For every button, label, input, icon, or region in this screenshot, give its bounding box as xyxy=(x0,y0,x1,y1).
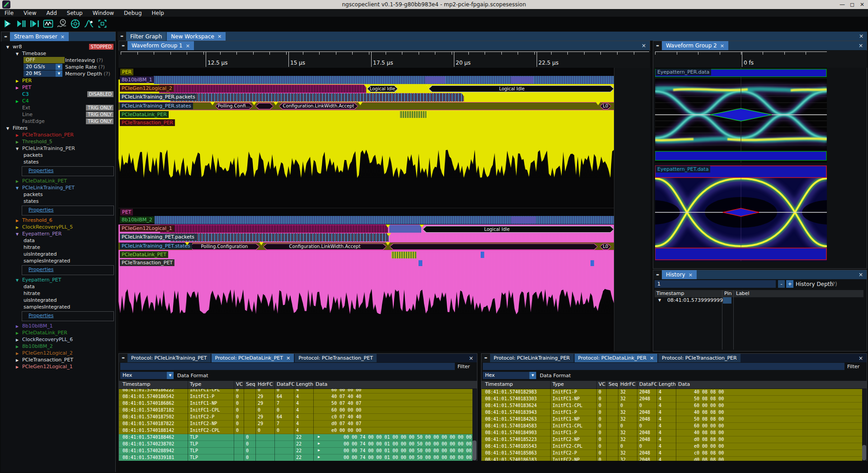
table-row[interactable]: 08:41:01.5740187822InitFC2-NP02974d0 07 … xyxy=(119,421,472,427)
collapsed-arrow-icon[interactable]: ▶ xyxy=(16,178,19,185)
tree-item-PCIeTransaction_PER[interactable]: ▶PCIeTransaction_PER xyxy=(1,131,115,138)
expanded-arrow-icon[interactable]: ▼ xyxy=(16,185,19,192)
tree-item-PCIeGen12Logical_1[interactable]: ▶PCIeGen12Logical_1 xyxy=(1,363,115,370)
tree-item-8b10bIBM_1[interactable]: ▶8b10bIBM_1 xyxy=(1,323,115,329)
tree-item-PET[interactable]: ▶PET xyxy=(1,84,115,91)
eyepattern-per-plot[interactable] xyxy=(655,68,827,163)
expanded-arrow-icon[interactable]: ▼ xyxy=(6,125,9,132)
tree-dropdown[interactable]: 20 GS/s xyxy=(24,64,58,70)
close-icon[interactable]: × xyxy=(650,355,654,361)
table-row[interactable]: 08:41:01.5740185863InitFC2-P03220484c0 0… xyxy=(481,450,862,457)
tree-item-uisIntegrated[interactable]: uisIntegrated xyxy=(1,297,115,304)
tab-protocol-pcietransaction-per[interactable]: Protocol: PCIeTransaction_PER xyxy=(658,354,741,362)
tree-item-Eyepattern_PET[interactable]: ▼Eyepattern_PET xyxy=(1,276,115,283)
eyepattern-pet-plot[interactable] xyxy=(655,165,827,261)
table-row[interactable]: 08:41:01.5740188142InitFC2-CPL0004e0 00 … xyxy=(119,427,472,434)
menu-file[interactable]: File xyxy=(5,10,14,16)
data-format-dropdown[interactable]: Hex xyxy=(483,372,529,379)
table-row[interactable]: 08:41:01.5740183943InitFC1-P0322048440 0… xyxy=(481,409,862,416)
pet-group-label[interactable]: PET xyxy=(120,209,133,215)
collapsed-arrow-icon[interactable]: ▶ xyxy=(16,98,19,105)
tree-item-Threshold_5[interactable]: ▶Threshold_5 xyxy=(1,138,115,145)
interleaving-field[interactable]: OFF xyxy=(24,57,65,63)
workspace-menu-button[interactable]: ▬▼ xyxy=(118,32,126,41)
properties-link[interactable]: Properties xyxy=(28,168,54,173)
table-row[interactable]: 08:41:01.5740186542InitFC1-P02964440 07 … xyxy=(119,393,472,400)
collapsed-arrow-icon[interactable]: ▶ xyxy=(16,364,19,370)
tree-item-FastEdge[interactable]: FastEdgeTRIG ONLY xyxy=(1,118,115,125)
per-datalink-chip[interactable]: PCIeDataLink_PER xyxy=(120,111,169,118)
menu-add[interactable]: Add xyxy=(47,10,57,16)
waveform-icon[interactable] xyxy=(42,18,54,29)
per-8b10b-chip[interactable]: 8b10bIBM_1 xyxy=(120,76,154,83)
collapsed-arrow-icon[interactable]: ▶ xyxy=(16,139,19,145)
properties-link[interactable]: Properties xyxy=(28,313,54,318)
tree-item-data[interactable]: data xyxy=(1,283,115,290)
expanded-arrow-icon[interactable]: ▼ xyxy=(16,277,19,284)
column-header-datafc[interactable]: DataFC xyxy=(639,381,657,387)
tree-item-PCIeGen12Logical_2[interactable]: ▶PCIeGen12Logical_2 xyxy=(1,350,115,356)
tree-item-Threshold_6[interactable]: ▶Threshold_6 xyxy=(1,217,115,224)
expand-row-icon[interactable]: ▶ xyxy=(318,441,320,445)
column-header-datafc[interactable]: DataFC xyxy=(277,381,295,387)
tree-item-hitrate[interactable]: hitrate xyxy=(1,244,115,251)
collapsed-arrow-icon[interactable]: ▶ xyxy=(16,323,19,330)
column-header-type[interactable]: Type xyxy=(190,381,201,387)
close-icon[interactable]: × xyxy=(469,355,477,361)
tree-item-PER[interactable]: ▶PER xyxy=(1,77,115,84)
history-depth-increment-button[interactable]: + xyxy=(786,280,793,288)
properties-link[interactable]: Properties xyxy=(28,267,54,272)
history-menu-button[interactable]: ▬▼ xyxy=(653,270,662,279)
table-row[interactable]: 08:41:01.5740182983InitFC1-P0322048440 0… xyxy=(481,389,862,396)
table-row[interactable]: 08:41:01.5740184903InitFC1-P0322048440 0… xyxy=(481,430,862,436)
tree-item-states[interactable]: states xyxy=(1,198,115,205)
per-transaction-chip[interactable]: PCIeTransaction_PER xyxy=(120,119,175,126)
wg1-timeline-ruler[interactable]: 12.5 µs15 µs17.5 µs20 µs22.5 µs xyxy=(118,51,650,68)
peak-detect-icon[interactable] xyxy=(83,18,94,29)
tab-protocol-pcietransaction-pet[interactable]: Protocol: PCIeTransaction_PET xyxy=(295,354,377,362)
stream-browser-menu-button[interactable]: ▬▼ xyxy=(1,32,10,41)
tab-waveform-group-1[interactable]: Waveform Group 1 × xyxy=(127,41,194,50)
expand-row-icon[interactable]: ▶ xyxy=(318,455,320,459)
minimize-button[interactable]: — xyxy=(837,0,847,9)
tab-stream-browser[interactable]: Stream Browser × xyxy=(10,32,69,41)
collapsed-arrow-icon[interactable]: ▶ xyxy=(16,78,19,84)
tree-item-Line[interactable]: LineTRIG ONLY xyxy=(1,111,115,118)
table-row[interactable]: 08:41:01.5740183303InitFC1-NP0322048450 … xyxy=(481,396,862,403)
tree-item-Eyepattern_PER[interactable]: ▼Eyepattern_PER xyxy=(1,230,115,237)
per-states-chip[interactable]: PCIeLinkTraining_PER.states xyxy=(120,103,193,109)
tab-protocol-pciedatalink-pet[interactable]: Protocol: PCIeDataLink_PET× xyxy=(212,354,294,362)
column-header-length[interactable]: Length xyxy=(659,381,676,387)
close-icon[interactable]: × xyxy=(61,34,65,40)
tab-protocol-pciedatalink-per[interactable]: Protocol: PCIeDataLink_PER× xyxy=(575,354,658,362)
properties-link[interactable]: Properties xyxy=(28,207,54,213)
per-group-label[interactable]: PER xyxy=(120,69,133,75)
close-icon[interactable]: × xyxy=(720,43,724,49)
collapsed-arrow-icon[interactable]: ▶ xyxy=(16,330,19,337)
tree-item-packets[interactable]: packets xyxy=(1,191,115,198)
column-header-vc[interactable]: VC xyxy=(236,381,243,387)
expanded-arrow-icon[interactable]: ▼ xyxy=(16,231,19,238)
table-row[interactable]: 08:41:01.5740188462TLP02200 00 74 00 00 … xyxy=(119,434,472,441)
close-icon[interactable]: × xyxy=(859,272,867,278)
menu-setup[interactable]: Setup xyxy=(67,10,83,16)
protocol-menu-button[interactable]: ▬▼ xyxy=(481,354,490,362)
wg2-timeline-ruler[interactable]: 0 fs xyxy=(653,51,867,68)
scrollbar-thumb[interactable] xyxy=(862,445,866,460)
close-icon[interactable]: × xyxy=(689,272,693,278)
column-header-length[interactable]: Length xyxy=(296,381,313,387)
tree-item-C3[interactable]: C3DISABLED xyxy=(1,91,115,98)
tree-item-C4[interactable]: ▶C4 xyxy=(1,98,115,104)
collapsed-arrow-icon[interactable]: ▶ xyxy=(16,132,19,139)
tree-item-PCIeLinkTraining_PER[interactable]: ▼PCIeLinkTraining_PER xyxy=(1,145,115,152)
menu-help[interactable]: Help xyxy=(152,10,164,16)
table-row[interactable]: 08:41:01.5740238702TLP02200 00 74 00 00 … xyxy=(119,441,472,448)
pet-packets-chip[interactable]: PCIeLinkTraining_PET.packets xyxy=(120,234,196,240)
table-row[interactable]: 08:41:01.5740187502InitFC2-P029644c0 07 … xyxy=(119,414,472,421)
column-header-seq[interactable]: Seq xyxy=(609,381,618,387)
tab-protocol-pcielinktraining-per[interactable]: Protocol: PCIeLinkTraining_PER xyxy=(490,354,574,362)
pet-gen12-chip[interactable]: PCIeGen12Logical_1 xyxy=(120,225,174,232)
protocol-menu-button[interactable]: ▬▼ xyxy=(119,354,127,362)
protocol-filter-input[interactable] xyxy=(120,363,455,370)
expand-row-icon[interactable]: ▶ xyxy=(318,435,320,439)
